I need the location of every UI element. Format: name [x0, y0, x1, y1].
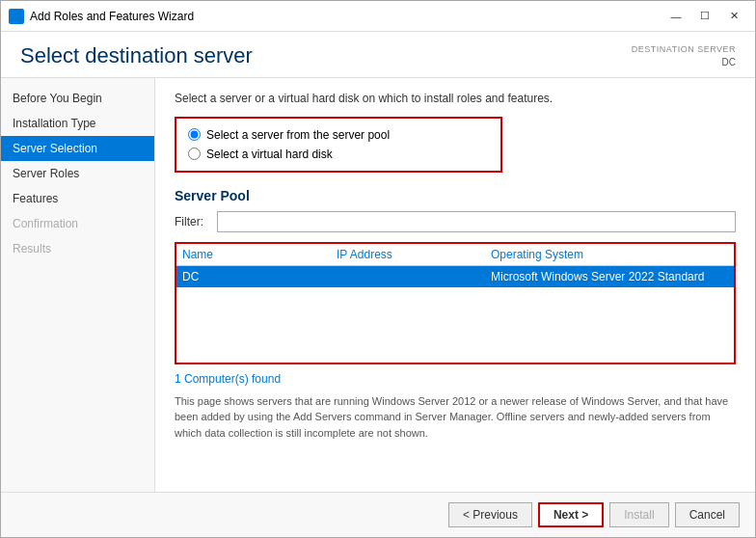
radio-group: Select a server from the server pool Sel… [175, 117, 502, 173]
destination-value: DC [632, 56, 736, 69]
cell-name: DC [182, 270, 337, 283]
destination-label: DESTINATION SERVER [632, 43, 736, 56]
close-button[interactable]: ✕ [720, 7, 747, 26]
cancel-button[interactable]: Cancel [675, 502, 740, 527]
radio-option-server-pool[interactable]: Select a server from the server pool [188, 128, 489, 142]
radio-vhd-label: Select a virtual hard disk [206, 148, 333, 161]
window-title: Add Roles and Features Wizard [30, 10, 662, 23]
sidebar-item-results: Results [1, 236, 154, 261]
cell-ip [337, 270, 491, 283]
page-header: Select destination server DESTINATION SE… [1, 32, 755, 78]
col-name-header[interactable]: Name [182, 248, 337, 261]
instruction-text: Select a server or a virtual hard disk o… [175, 92, 736, 105]
col-os-header[interactable]: Operating System [491, 248, 728, 261]
table-header: Name IP Address Operating System [176, 244, 734, 266]
filter-label: Filter: [175, 215, 209, 229]
previous-button[interactable]: < Previous [448, 502, 532, 527]
main-window: Add Roles and Features Wizard — ☐ ✕ Sele… [0, 0, 756, 538]
sidebar-item-server-selection[interactable]: Server Selection [1, 136, 154, 161]
window-controls: — ☐ ✕ [662, 7, 747, 26]
install-button[interactable]: Install [609, 502, 668, 527]
radio-server-pool-label: Select a server from the server pool [206, 128, 390, 142]
radio-server-pool[interactable] [188, 128, 201, 141]
next-button[interactable]: Next > [538, 502, 604, 527]
destination-server: DESTINATION SERVER DC [632, 43, 736, 69]
radio-option-vhd[interactable]: Select a virtual hard disk [188, 148, 489, 161]
server-pool-section: Server Pool Filter: Name IP Address Oper… [175, 188, 736, 442]
title-bar: Add Roles and Features Wizard — ☐ ✕ [1, 1, 755, 32]
content-area: Select a server or a virtual hard disk o… [155, 78, 755, 492]
page-title: Select destination server [20, 43, 253, 68]
sidebar-item-installation-type[interactable]: Installation Type [1, 111, 154, 136]
info-text: This page shows servers that are running… [175, 393, 736, 442]
sidebar-item-features[interactable]: Features [1, 186, 154, 211]
sidebar-item-server-roles[interactable]: Server Roles [1, 161, 154, 186]
computers-found: 1 Computer(s) found [175, 372, 736, 386]
sidebar-item-confirmation: Confirmation [1, 211, 154, 236]
filter-row: Filter: [175, 211, 736, 232]
server-table: Name IP Address Operating System DC Micr… [175, 242, 736, 364]
filter-input[interactable] [217, 211, 736, 232]
section-title: Server Pool [175, 188, 736, 203]
col-ip-header[interactable]: IP Address [337, 248, 491, 261]
table-row[interactable]: DC Microsoft Windows Server 2022 Standar… [176, 266, 734, 287]
radio-vhd[interactable] [188, 148, 201, 160]
sidebar: Before You Begin Installation Type Serve… [1, 78, 155, 492]
maximize-button[interactable]: ☐ [691, 7, 718, 26]
main-content: Before You Begin Installation Type Serve… [1, 78, 755, 492]
table-body: DC Microsoft Windows Server 2022 Standar… [176, 266, 734, 363]
sidebar-item-before-you-begin[interactable]: Before You Begin [1, 86, 154, 111]
app-icon [9, 9, 24, 24]
footer: < Previous Next > Install Cancel [1, 492, 755, 537]
minimize-button[interactable]: — [662, 7, 689, 26]
cell-os: Microsoft Windows Server 2022 Standard [491, 270, 728, 283]
